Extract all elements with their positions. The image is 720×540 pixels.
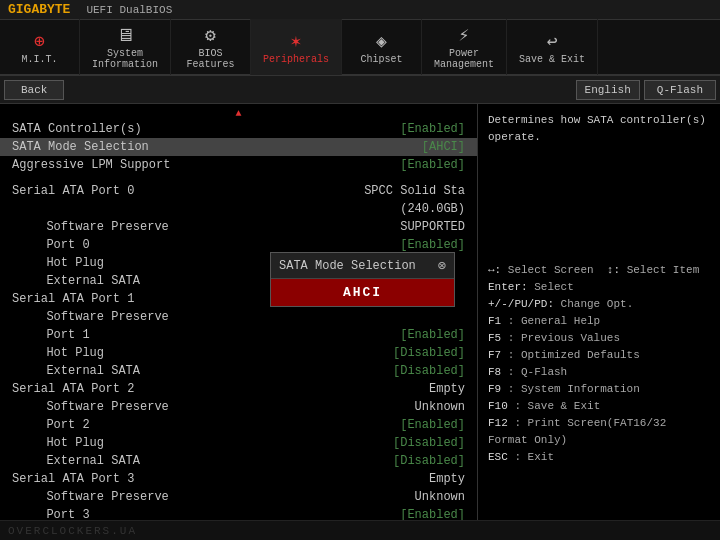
help-key-f7: F7 : Optimized Defaults <box>488 347 710 364</box>
setting-port2-external[interactable]: External SATA [Disabled] <box>0 452 477 470</box>
help-keys: ↔: Select Screen ↕: Select Item Enter: S… <box>488 262 710 466</box>
dropdown-option-ahci[interactable]: AHCI <box>271 279 454 306</box>
bios-features-icon: ⚙ <box>205 24 216 46</box>
setting-name-port3-enabled: Port 3 <box>12 507 90 520</box>
setting-value-port2-hotplug: [Disabled] <box>393 435 465 451</box>
setting-port2[interactable]: Serial ATA Port 2 Empty <box>0 380 477 398</box>
help-key-f10: F10 : Save & Exit <box>488 398 710 415</box>
setting-value-port3: Empty <box>429 471 465 487</box>
setting-value-port1-hotplug: [Disabled] <box>393 345 465 361</box>
setting-value-port0-size: (240.0GB) <box>400 201 465 217</box>
setting-sata-controller[interactable]: SATA Controller(s) [Enabled] <box>0 120 477 138</box>
help-key-change: +/-/PU/PD: Change Opt. <box>488 296 710 313</box>
footer: OVERCLOCKERS.UA <box>0 520 720 540</box>
setting-name-port0-hotplug: Hot Plug <box>12 255 104 271</box>
system-info-icon: 🖥 <box>116 25 134 46</box>
setting-value-port2: Empty <box>429 381 465 397</box>
setting-value-sata-mode: [AHCI] <box>422 139 465 155</box>
setting-port1-hotplug[interactable]: Hot Plug [Disabled] <box>0 344 477 362</box>
setting-port3-preserve[interactable]: Software Preserve Unknown <box>0 488 477 506</box>
setting-sata-mode[interactable]: SATA Mode Selection [AHCI] <box>0 138 477 156</box>
language-selector[interactable]: English <box>576 80 640 100</box>
setting-port1-external[interactable]: External SATA [Disabled] <box>0 362 477 380</box>
qflash-button[interactable]: Q-Flash <box>644 80 716 100</box>
help-key-enter: Enter: Select <box>488 279 710 296</box>
setting-value-port2-enabled: [Enabled] <box>400 417 465 433</box>
setting-name-port2-enabled: Port 2 <box>12 417 90 433</box>
nav-peripherals[interactable]: ✶ Peripherals <box>251 19 342 75</box>
save-exit-icon: ↩ <box>547 30 558 52</box>
section-gap-1 <box>0 174 477 182</box>
nav-power-mgmt-label: PowerManagement <box>434 48 494 70</box>
setting-name-port1: Serial ATA Port 1 <box>12 291 134 307</box>
setting-name-port2: Serial ATA Port 2 <box>12 381 134 397</box>
setting-value-port0-device: SPCC Solid Sta <box>364 183 465 199</box>
setting-name-port2-hotplug: Hot Plug <box>12 435 104 451</box>
setting-value-port0-enabled: [Enabled] <box>400 237 465 253</box>
header-bar: GIGABYTE UEFI DualBIOS <box>0 0 720 20</box>
system-label: UEFI DualBIOS <box>86 4 172 16</box>
setting-value-port1-enabled: [Enabled] <box>400 327 465 343</box>
power-mgmt-icon: ⚡ <box>459 24 470 46</box>
nav-mit[interactable]: ⊕ M.I.T. <box>0 19 80 75</box>
brand-logo: GIGABYTE <box>8 2 70 17</box>
setting-port1-preserve[interactable]: Software Preserve <box>0 308 477 326</box>
help-key-f12: F12 : Print Screen(FAT16/32 Format Only) <box>488 415 710 449</box>
nav-mit-label: M.I.T. <box>21 54 57 65</box>
mit-icon: ⊕ <box>34 30 45 52</box>
setting-name-port2-preserve: Software Preserve <box>12 399 169 415</box>
setting-port2-hotplug[interactable]: Hot Plug [Disabled] <box>0 434 477 452</box>
setting-name-port0: Serial ATA Port 0 <box>12 183 134 199</box>
help-key-f8: F8 : Q-Flash <box>488 364 710 381</box>
setting-value-port0-preserve: SUPPORTED <box>400 219 465 235</box>
chipset-icon: ◈ <box>376 30 387 52</box>
nav-bios-features[interactable]: ⚙ BIOSFeatures <box>171 19 251 75</box>
help-key-f9: F9 : System Information <box>488 381 710 398</box>
setting-name-sata-controller: SATA Controller(s) <box>12 121 142 137</box>
setting-name-port1-preserve: Software Preserve <box>12 309 169 325</box>
back-button[interactable]: Back <box>4 80 64 100</box>
nav-system-info[interactable]: 🖥 SystemInformation <box>80 19 171 75</box>
nav-chipset[interactable]: ◈ Chipset <box>342 19 422 75</box>
nav-bios-features-label: BIOSFeatures <box>187 48 235 70</box>
sata-mode-dropdown[interactable]: SATA Mode Selection ⊗ AHCI <box>270 252 455 307</box>
setting-value-port3-enabled: [Enabled] <box>400 507 465 520</box>
setting-name-aggressive-lpm: Aggressive LPM Support <box>12 157 170 173</box>
main-content: ▲ SATA Controller(s) [Enabled] SATA Mode… <box>0 104 720 520</box>
nav-system-info-label: SystemInformation <box>92 48 158 70</box>
nav-save-exit-label: Save & Exit <box>519 54 585 65</box>
setting-port3[interactable]: Serial ATA Port 3 Empty <box>0 470 477 488</box>
setting-port2-enabled[interactable]: Port 2 [Enabled] <box>0 416 477 434</box>
help-key-f1: F1 : General Help <box>488 313 710 330</box>
dropdown-title-bar: SATA Mode Selection ⊗ <box>271 253 454 279</box>
navbar: ⊕ M.I.T. 🖥 SystemInformation ⚙ BIOSFeatu… <box>0 20 720 76</box>
help-description: Determines how SATA controller(s) operat… <box>488 112 710 146</box>
nav-power-mgmt[interactable]: ⚡ PowerManagement <box>422 19 507 75</box>
nav-chipset-label: Chipset <box>361 54 403 65</box>
setting-name-port0-external: External SATA <box>12 273 140 289</box>
setting-port3-enabled[interactable]: Port 3 [Enabled] <box>0 506 477 520</box>
setting-name-port3-preserve: Software Preserve <box>12 489 169 505</box>
help-key-screen: ↔: Select Screen ↕: Select Item <box>488 262 710 279</box>
scroll-up-indicator: ▲ <box>0 108 477 120</box>
help-key-esc: ESC : Exit <box>488 449 710 466</box>
setting-name-port3: Serial ATA Port 3 <box>12 471 134 487</box>
setting-port0[interactable]: Serial ATA Port 0 SPCC Solid Sta <box>0 182 477 200</box>
setting-port0-size: (240.0GB) <box>0 200 477 218</box>
settings-panel[interactable]: ▲ SATA Controller(s) [Enabled] SATA Mode… <box>0 104 478 520</box>
setting-aggressive-lpm[interactable]: Aggressive LPM Support [Enabled] <box>0 156 477 174</box>
setting-port0-preserve[interactable]: Software Preserve SUPPORTED <box>0 218 477 236</box>
setting-port2-preserve[interactable]: Software Preserve Unknown <box>0 398 477 416</box>
setting-port1-enabled[interactable]: Port 1 [Enabled] <box>0 326 477 344</box>
setting-name-port1-hotplug: Hot Plug <box>12 345 104 361</box>
nav-save-exit[interactable]: ↩ Save & Exit <box>507 19 598 75</box>
setting-name-port2-external: External SATA <box>12 453 140 469</box>
setting-name-port1-enabled: Port 1 <box>12 327 90 343</box>
dropdown-close-button[interactable]: ⊗ <box>438 257 446 274</box>
help-key-f5: F5 : Previous Values <box>488 330 710 347</box>
toolbar: Back English Q-Flash <box>0 76 720 104</box>
setting-value-port1-external: [Disabled] <box>393 363 465 379</box>
peripherals-icon: ✶ <box>291 30 302 52</box>
setting-value-aggressive-lpm: [Enabled] <box>400 157 465 173</box>
setting-name-port0-preserve: Software Preserve <box>12 219 169 235</box>
